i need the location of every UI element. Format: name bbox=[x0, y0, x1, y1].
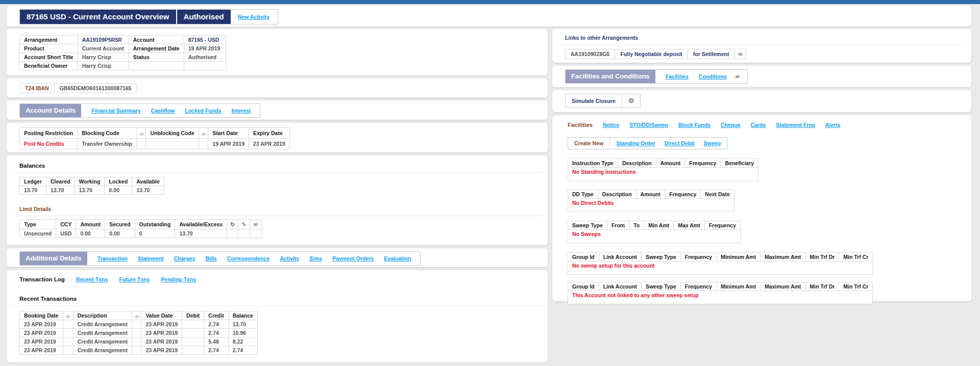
page: 87165 USD - Current Account Overview Aut… bbox=[0, 0, 980, 366]
section-title: Account Details bbox=[20, 104, 81, 117]
limit-details-title: Limit Details bbox=[19, 206, 535, 212]
table-header-row: Type CCY Amount Secured Outstanding Avai… bbox=[20, 220, 262, 229]
sort-icon[interactable]: ◁▷ bbox=[134, 314, 139, 319]
empty-cell bbox=[227, 229, 238, 238]
tab-cashflow[interactable]: Cashflow bbox=[151, 108, 175, 114]
empty-state-message: No sweep setup for this account bbox=[568, 262, 873, 275]
tab-correspondence[interactable]: Correspondence bbox=[227, 255, 270, 262]
balance: 8.22 bbox=[228, 337, 257, 346]
col-secured: Secured bbox=[105, 220, 135, 229]
tab-sims[interactable]: Sims bbox=[309, 255, 322, 262]
table-row: Account Short Title Harry Crisp Status A… bbox=[20, 53, 226, 62]
standing-instructions-table: Instruction Type Description Amount Freq… bbox=[568, 159, 758, 181]
account-label: Account bbox=[129, 36, 184, 44]
tab-transaction[interactable]: Transaction bbox=[97, 255, 128, 262]
unblocking-code-value bbox=[146, 139, 199, 149]
tab-conditions[interactable]: Conditions bbox=[699, 73, 727, 80]
empty-cell bbox=[63, 346, 73, 355]
tab-block-funds[interactable]: Block Funds bbox=[678, 122, 710, 128]
right-column: Links to other Arrangements AA191090Z8G5… bbox=[552, 29, 971, 301]
refresh-icon[interactable]: ↻ bbox=[230, 221, 235, 228]
debit bbox=[182, 346, 204, 355]
tab-interest[interactable]: Interest bbox=[231, 108, 251, 114]
debit bbox=[182, 320, 204, 329]
gear-icon[interactable]: ⚙ bbox=[628, 97, 634, 104]
status-label: Status bbox=[129, 53, 184, 62]
balance: 13.70 bbox=[228, 320, 257, 329]
credit: 5.48 bbox=[204, 337, 228, 346]
page-title: 87165 USD - Current Account Overview bbox=[20, 10, 176, 24]
col-group-id: Group Id bbox=[568, 282, 599, 291]
limit-ccy-value: USD bbox=[56, 229, 76, 238]
credit: 2.74 bbox=[204, 329, 228, 337]
tab-charges[interactable]: Charges bbox=[174, 255, 195, 262]
empty-cell bbox=[132, 337, 141, 346]
col-frequency: Frequency bbox=[680, 253, 716, 262]
col-outstanding: Outstanding bbox=[135, 220, 175, 229]
tab-evaluation[interactable]: Evaluation bbox=[384, 255, 411, 262]
tab-statement-freq[interactable]: Statement Freq bbox=[776, 122, 815, 128]
arrangement-table: Arrangement AA19109P5R5R Account 87165 -… bbox=[19, 35, 226, 70]
tab-facilities[interactable]: Facilities bbox=[666, 73, 689, 80]
tab-future-txns[interactable]: Future Txns bbox=[119, 276, 150, 282]
tab-financial-summary[interactable]: Financial Summary bbox=[91, 108, 140, 114]
col-maximum-amt: Maximum Amt bbox=[760, 282, 805, 291]
col-credit: Credit bbox=[204, 311, 228, 320]
view-conditions-icon[interactable]: ∞ bbox=[735, 73, 740, 80]
arrangement-date-label: Arrangement Date bbox=[129, 44, 184, 53]
tab-payment-orders[interactable]: Payment Orders bbox=[332, 255, 374, 262]
table-header-row: Group Id Link Account Sweep Type Frequen… bbox=[568, 253, 873, 262]
balance: 2.74 bbox=[228, 346, 257, 355]
iban-card: T24.IBAN GB65DEMO60161300087165 bbox=[7, 79, 548, 97]
tab-sto-dd-sweep[interactable]: STO/DD/Sweep bbox=[629, 122, 668, 128]
tab-cards[interactable]: Cards bbox=[751, 122, 766, 128]
tab-notice[interactable]: Notice bbox=[603, 122, 619, 128]
product-label: Product bbox=[20, 44, 78, 53]
edit-icon[interactable]: ✎ bbox=[241, 221, 246, 228]
table-row: Arrangement AA19109P5R5R Account 87165 -… bbox=[20, 36, 226, 44]
sort-icon[interactable]: ◁▷ bbox=[201, 132, 206, 136]
col-frequency: Frequency bbox=[704, 221, 740, 230]
account-id: 87165 - USD bbox=[184, 36, 226, 44]
view-arrangement-icon[interactable]: ∞ bbox=[738, 50, 743, 58]
table-header-row: Sweep Type From To Min Amt Max Amt Frequ… bbox=[568, 221, 741, 230]
tab-recent-txns[interactable]: Recent Txns bbox=[76, 276, 108, 282]
tab-activity[interactable]: Activity bbox=[280, 255, 299, 262]
arrangement-card: Arrangement AA19109P5R5R Account 87165 -… bbox=[7, 29, 548, 75]
tab-pending-txns[interactable]: Pending Txns bbox=[161, 276, 196, 282]
limit-secured-value: 0.00 bbox=[105, 229, 135, 238]
col-dd-type: DD Type bbox=[568, 190, 598, 199]
tab-cheque[interactable]: Cheque bbox=[721, 122, 741, 128]
balances-table: Ledger Cleared Working Locked Available … bbox=[19, 177, 164, 195]
col-min-amt: Min Amt bbox=[644, 221, 674, 230]
col-frequency: Frequency bbox=[685, 159, 721, 168]
create-new-box: Create New Standing Order Direct Debit S… bbox=[568, 137, 727, 149]
tab-statement[interactable]: Statement bbox=[138, 255, 164, 262]
sort-icon[interactable]: ◁▷ bbox=[65, 314, 70, 319]
linked-arrangement-role: for Settlement bbox=[688, 49, 734, 59]
additional-details-section: Additional Details Transaction Statement… bbox=[19, 251, 421, 266]
tab-sweep[interactable]: Sweep bbox=[704, 140, 721, 146]
table-row: 13.70 13.70 13.70 0.00 13.70 bbox=[20, 186, 164, 195]
col-description: Description bbox=[73, 311, 132, 320]
tab-bills[interactable]: Bills bbox=[206, 255, 217, 262]
new-activity-link[interactable]: New Activity bbox=[238, 14, 270, 20]
simulate-closure-button[interactable]: Simulate Closure bbox=[566, 94, 622, 107]
tab-standing-order[interactable]: Standing Order bbox=[616, 140, 655, 146]
iban-value: GB65DEMO60161300087165 bbox=[54, 84, 137, 93]
tab-direct-debit[interactable]: Direct Debit bbox=[665, 140, 695, 146]
col-min-trf-cr: Min Trf Cr bbox=[839, 253, 873, 262]
booking-date: 23 APR 2019 bbox=[20, 337, 63, 346]
view-details-icon[interactable]: ∞ bbox=[253, 221, 258, 228]
table-header-row: Posting Restriction Blocking Code ◁▷ Unb… bbox=[20, 128, 290, 139]
divider bbox=[12, 216, 543, 216]
col-to: To bbox=[629, 221, 644, 230]
col-expiry-date: Expiry Date bbox=[249, 128, 289, 139]
tab-alerts[interactable]: Alerts bbox=[825, 122, 841, 128]
posting-restriction-table: Posting Restriction Blocking Code ◁▷ Unb… bbox=[19, 127, 290, 149]
tab-locked-funds[interactable]: Locked Funds bbox=[185, 108, 221, 114]
table-row: Product Current Account Arrangement Date… bbox=[20, 44, 226, 53]
ledger-value: 13.70 bbox=[20, 186, 46, 195]
sort-icon[interactable]: ◁▷ bbox=[139, 132, 144, 136]
status-value: Authorised bbox=[184, 53, 226, 62]
